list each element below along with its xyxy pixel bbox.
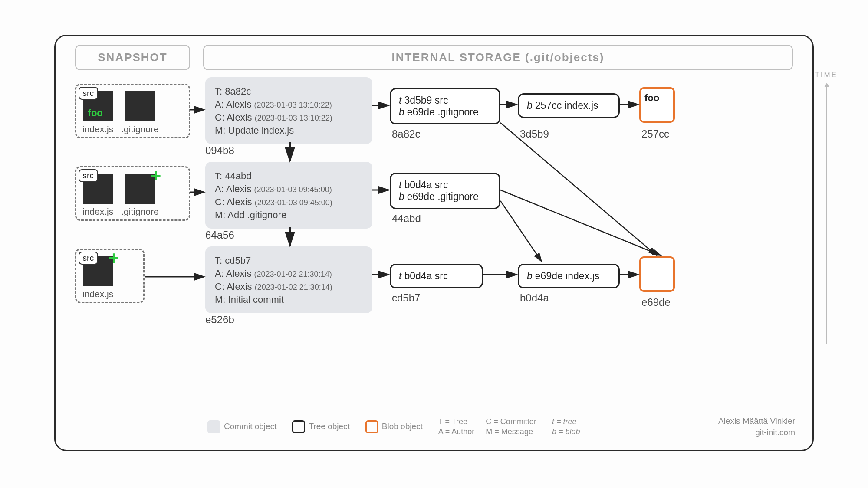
folder-tag: src (79, 87, 98, 100)
tree-hash-0: 8a82c (392, 128, 420, 140)
blob-content: foo (644, 92, 659, 104)
blob-object-1 (639, 256, 675, 292)
legend-keys: T = Tree C = Committer A = Author M = Me… (438, 417, 536, 436)
file-name-label: .gitignore (121, 206, 158, 217)
header-snapshot: SNAPSHOT (75, 45, 190, 70)
commit-committer: Alexis (227, 197, 252, 207)
legend-keys-lower: t = tree b = blob (552, 417, 592, 436)
header-row: SNAPSHOT INTERNAL STORAGE (.git/objects) (75, 45, 793, 70)
tree-entry: e69de .gitignore (407, 191, 479, 202)
tree-hash-1: 44abd (392, 213, 421, 225)
snapshot-row-1: src index.js + .gitignore (75, 166, 190, 221)
tree-entry: b0d4a src (404, 179, 448, 190)
commit-hash-2: e526b (205, 314, 234, 326)
header-storage: INTERNAL STORAGE (.git/objects) (203, 45, 793, 70)
folder-tag: src (79, 169, 98, 182)
tree-object-1: tb0d4a src be69de .gitignore (390, 173, 500, 209)
tree-entry: e69de .gitignore (407, 106, 479, 118)
file-gitignore: + .gitignore (121, 174, 158, 217)
commit-message: Update index.js (228, 125, 294, 136)
subtree-hash-0: 3d5b9 (520, 128, 549, 140)
snapshot-row-0: src foo index.js .gitignore (75, 84, 190, 138)
file-icon: src foo (83, 91, 113, 121)
blob-hash-1: e69de (641, 296, 671, 308)
commit-author: Alexis (226, 99, 252, 110)
commit-committer-ts: (2023-01-03 13:10:22) (255, 114, 332, 122)
time-axis-arrow (826, 84, 827, 344)
file-icon: src (83, 174, 113, 204)
legend-blob: Blob object (365, 420, 423, 433)
label-author: A: (215, 99, 224, 110)
label-tree: T: (215, 86, 222, 97)
file-name-label: index.js (82, 124, 113, 134)
commit-card-2: T: cd5b7 A: Alexis (2023-01-02 21:30:14)… (205, 246, 372, 313)
subtree-object-0: b257cc index.js (518, 93, 620, 118)
folder-tag: src (79, 252, 98, 265)
credit-site: git-init.com (718, 427, 795, 439)
commit-card-0: T: 8a82c A: Alexis (2023-01-03 13:10:22)… (205, 77, 372, 144)
commit-author: Alexis (226, 268, 252, 279)
commit-hash-0: 094b8 (205, 144, 234, 157)
commit-card-1: T: 44abd A: Alexis (2023-01-03 09:45:00)… (205, 162, 372, 229)
plus-icon: + (151, 167, 161, 185)
blob-object-0: foo (639, 87, 675, 123)
credit-name: Alexis Määttä Vinkler (718, 416, 795, 427)
file-index-js: src index.js (82, 174, 113, 217)
file-name-label: index.js (82, 206, 113, 217)
plus-icon: + (108, 249, 119, 267)
tree-object-2: tb0d4a src (390, 264, 483, 288)
file-name-label: .gitignore (121, 124, 158, 134)
blob-hash-0: 257cc (641, 128, 669, 140)
legend-commit: Commit object (207, 420, 276, 433)
file-index-js: src foo index.js (82, 91, 113, 134)
tree-entry: 3d5b9 src (404, 95, 448, 106)
commit-committer: Alexis (227, 112, 252, 123)
tree-object-0: t3d5b9 src be69de .gitignore (390, 88, 500, 124)
commit-hash-1: 64a56 (205, 229, 234, 241)
file-icon: src + (83, 256, 113, 286)
commit-message: Initial commit (228, 294, 284, 305)
commit-tree: cd5b7 (225, 255, 251, 266)
tree-entry: b0d4a src (404, 270, 448, 282)
subtree-hash-2: b0d4a (520, 292, 549, 304)
commit-committer: Alexis (227, 281, 252, 292)
legend: Commit object Tree object Blob object T … (207, 416, 795, 439)
credit: Alexis Määttä Vinkler git-init.com (718, 416, 795, 439)
snapshot-row-2: src + index.js (75, 249, 145, 303)
commit-author: Alexis (226, 183, 252, 194)
file-name-label: index.js (82, 289, 113, 299)
label-committer: C: (215, 112, 224, 123)
tree-hash-2: cd5b7 (392, 292, 420, 304)
file-icon: + (125, 174, 155, 204)
file-index-js: src + index.js (82, 256, 113, 299)
commit-tree: 44abd (225, 170, 251, 181)
commit-message: Add .gitignore (227, 210, 286, 220)
commit-author-ts: (2023-01-03 13:10:22) (254, 101, 332, 109)
legend-tree: Tree object (292, 420, 349, 433)
tree-entry: 257cc index.js (535, 100, 598, 111)
file-gitignore: .gitignore (121, 91, 158, 134)
commit-tree: 8a82c (225, 86, 251, 97)
file-icon (125, 91, 155, 121)
diagram-frame: SNAPSHOT INTERNAL STORAGE (.git/objects)… (54, 35, 814, 451)
label-message: M: (215, 125, 225, 136)
subtree-object-2: be69de index.js (518, 264, 620, 288)
tree-entry: e69de index.js (535, 270, 599, 282)
time-axis-label: TIME (815, 71, 838, 79)
file-content-label: foo (88, 108, 103, 119)
